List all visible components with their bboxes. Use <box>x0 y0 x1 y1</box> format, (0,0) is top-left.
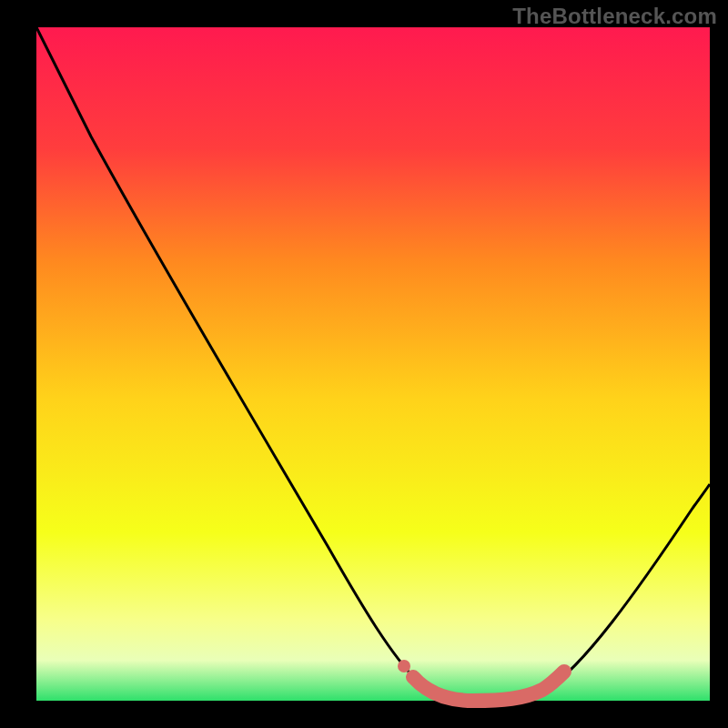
bottleneck-chart <box>0 0 728 728</box>
optimal-range-start-dot <box>398 660 410 672</box>
watermark-text: TheBottleneck.com <box>512 4 717 29</box>
chart-canvas: TheBottleneck.com <box>0 0 728 728</box>
gradient-background <box>36 27 710 701</box>
